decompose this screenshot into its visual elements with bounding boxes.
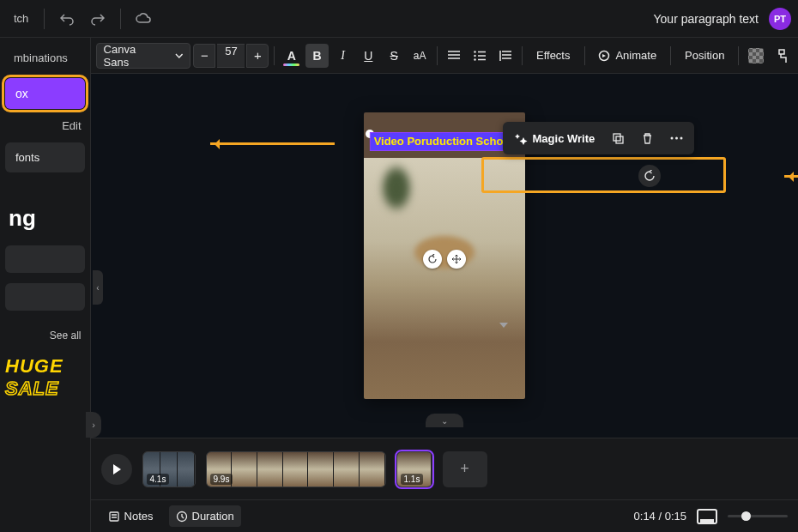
bold-button[interactable]: B: [305, 44, 329, 68]
text-color-button[interactable]: A: [280, 44, 303, 68]
annotation-arrow-right: [784, 175, 798, 178]
redo-button[interactable]: [84, 5, 112, 33]
position-button[interactable]: Position: [676, 44, 733, 68]
effects-button[interactable]: Effects: [528, 44, 579, 68]
annotation-arrow-left: [210, 142, 335, 145]
see-all-link[interactable]: See all: [0, 324, 90, 347]
svg-point-1: [474, 54, 475, 56]
svg-rect-5: [616, 136, 623, 143]
text-element[interactable]: Video Poruduction School: [371, 133, 518, 150]
timecode: 0:14 / 0:15: [634, 510, 686, 523]
animate-button[interactable]: Animate: [589, 44, 665, 68]
magic-write-button[interactable]: Magic Write: [510, 129, 601, 148]
clock-icon: [176, 511, 188, 523]
play-button[interactable]: [101, 454, 132, 485]
clip-duration: 4.1s: [147, 474, 170, 485]
subheading-preview[interactable]: [5, 245, 85, 273]
transform-controls: [423, 250, 466, 269]
sale-text: SALE: [5, 378, 85, 400]
font-size-input[interactable]: 57: [217, 44, 245, 68]
sidebar: mbinations ox Edit fonts ng See all HUGE…: [0, 38, 91, 532]
template-huge-sale[interactable]: HUGE SALE: [0, 350, 90, 405]
underline-button[interactable]: U: [357, 44, 380, 68]
sparkle-icon: [515, 132, 528, 145]
bottom-bar: Notes Duration 0:14 / 0:15: [91, 499, 798, 532]
page-expand-chevron[interactable]: ⌄: [426, 414, 463, 427]
add-clip-button[interactable]: +: [443, 451, 487, 487]
playhead-marker: [499, 323, 508, 328]
move-handle[interactable]: [447, 250, 466, 269]
timeline-clip-2[interactable]: 9.9s: [206, 451, 386, 487]
list-button[interactable]: [468, 44, 491, 68]
italic-button[interactable]: I: [331, 44, 354, 68]
top-bar: tch Your paragraph text PT: [0, 0, 798, 38]
svg-point-8: [680, 137, 682, 140]
more-options-button[interactable]: [665, 127, 687, 149]
play-icon: [113, 464, 121, 475]
document-title[interactable]: Your paragraph text: [654, 12, 759, 26]
font-family-select[interactable]: Canva Sans: [96, 43, 191, 69]
timeline: 4.1s 9.9s 1.1s +: [91, 438, 798, 499]
spacing-button[interactable]: [493, 44, 517, 68]
cloud-sync-icon[interactable]: [130, 5, 157, 33]
regenerate-button[interactable]: [638, 165, 661, 187]
font-name: Canva Sans: [104, 43, 161, 69]
svg-rect-4: [614, 134, 620, 141]
transparency-icon: [748, 48, 764, 63]
combinations-tab[interactable]: mbinations: [5, 45, 85, 71]
decrease-size-button[interactable]: −: [193, 44, 215, 68]
duration-button[interactable]: Duration: [169, 505, 241, 527]
rotate-handle[interactable]: [423, 250, 442, 269]
switch-label[interactable]: tch: [7, 12, 35, 25]
timeline-clip-3[interactable]: 1.1s: [396, 451, 432, 487]
delete-button[interactable]: [636, 127, 658, 149]
format-painter-button[interactable]: [770, 44, 793, 68]
svg-point-7: [675, 137, 678, 140]
sidebar-collapse-tab[interactable]: ‹: [93, 270, 103, 305]
transparency-button[interactable]: [744, 44, 767, 68]
align-button[interactable]: [442, 44, 465, 68]
notes-button[interactable]: Notes: [101, 505, 160, 527]
svg-point-0: [474, 51, 475, 52]
zoom-slider[interactable]: [728, 515, 788, 517]
user-avatar[interactable]: PT: [769, 8, 791, 30]
increase-size-button[interactable]: +: [246, 44, 269, 68]
clip-duration: 9.9s: [210, 474, 233, 485]
text-case-button[interactable]: aA: [408, 44, 432, 68]
timeline-clip-1[interactable]: 4.1s: [142, 451, 196, 487]
add-textbox-button[interactable]: ox: [5, 78, 85, 109]
notes-icon: [108, 511, 120, 523]
animate-icon: [598, 50, 610, 62]
heading-preview[interactable]: ng: [0, 198, 90, 239]
text-toolbar: Canva Sans − 57 + A B I U S aA Effects: [91, 38, 798, 74]
fonts-item[interactable]: fonts: [5, 142, 85, 172]
font-size-group: − 57 +: [193, 44, 269, 68]
view-toggle-button[interactable]: [697, 509, 717, 524]
sidebar-next-chevron[interactable]: ›: [86, 412, 101, 438]
chevron-down-icon: [175, 53, 184, 58]
duplicate-button[interactable]: [607, 127, 629, 149]
undo-button[interactable]: [53, 5, 81, 33]
edit-label[interactable]: Edit: [0, 116, 90, 136]
strikethrough-button[interactable]: S: [383, 44, 406, 68]
floating-toolbar: Magic Write: [503, 122, 695, 154]
svg-rect-9: [110, 512, 118, 521]
huge-text: HUGE: [5, 355, 85, 378]
svg-point-2: [474, 58, 475, 60]
body-preview[interactable]: [5, 283, 85, 311]
clip-duration: 1.1s: [401, 474, 424, 485]
svg-point-6: [670, 137, 673, 140]
